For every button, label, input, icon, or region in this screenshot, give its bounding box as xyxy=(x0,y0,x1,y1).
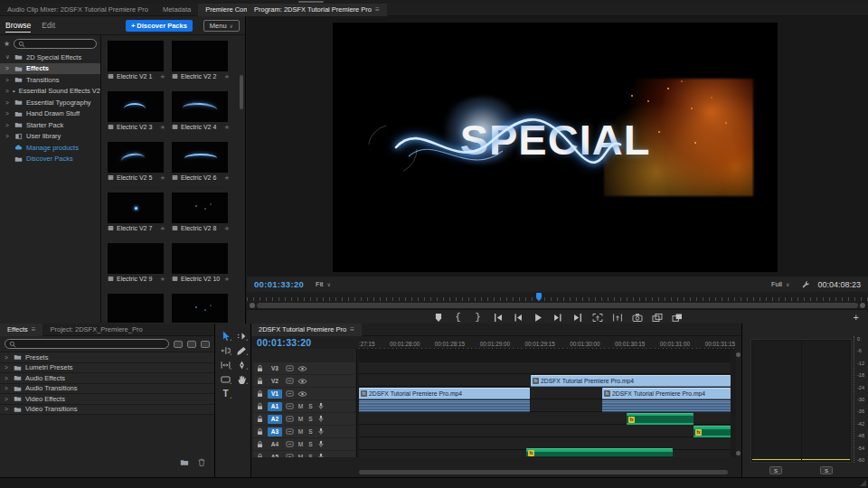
panel-tab[interactable]: Project: 2DSFX_Premiere_Pro xyxy=(42,324,149,336)
composer-search-input[interactable] xyxy=(28,41,92,47)
effect-grid-item[interactable]: Electric V2 8 ★ xyxy=(172,192,230,243)
effects-bin-row[interactable]: > Audio Transitions xyxy=(0,384,214,395)
timeline-clip[interactable]: fx fx xyxy=(693,426,731,437)
favorite-star-icon[interactable]: ★ xyxy=(160,124,165,131)
twirl-icon[interactable]: > xyxy=(5,133,11,139)
effect-thumbnail[interactable] xyxy=(172,142,228,173)
sync-lock-icon[interactable] xyxy=(286,389,294,398)
tree-item[interactable]: > Transitions xyxy=(0,74,100,86)
effects-search-input[interactable] xyxy=(19,341,165,347)
razor-tool[interactable] xyxy=(235,344,249,356)
panel-menu-icon[interactable]: ≡ xyxy=(32,325,36,333)
track-lock-icon[interactable] xyxy=(256,377,264,385)
track-lock-icon[interactable] xyxy=(256,427,264,436)
composer-menu-button[interactable]: Menu ∨ xyxy=(203,20,240,32)
program-playhead[interactable] xyxy=(536,293,542,298)
vscroll-handle-bottom[interactable] xyxy=(736,451,741,455)
button-editor-plus[interactable]: + xyxy=(854,312,859,323)
timeline-current-timecode[interactable]: 00:01:33:20 xyxy=(257,337,312,348)
sequence-tab[interactable]: 2DSFX Tutorial Premiere Pro ≡ xyxy=(251,324,362,336)
timeline-clip[interactable]: fx xyxy=(602,400,731,412)
twirl-icon[interactable]: > xyxy=(5,65,11,71)
go-to-in-button[interactable] xyxy=(492,312,504,324)
mute-track-button[interactable]: M xyxy=(297,454,304,457)
play-button[interactable] xyxy=(532,312,543,324)
playback-resolution-select[interactable]: Full ∨ xyxy=(767,279,795,290)
track-target-badge[interactable]: V2 xyxy=(268,377,282,386)
composer-nav-tab[interactable]: Browse xyxy=(5,19,31,33)
track-target-badge[interactable]: V3 xyxy=(268,364,282,373)
effect-thumbnail[interactable] xyxy=(108,294,164,323)
lift-button[interactable] xyxy=(591,312,603,324)
effect-grid-item[interactable]: Electric V2 1 ★ xyxy=(108,41,165,91)
pen-tool[interactable] xyxy=(235,359,249,371)
effect-thumbnail[interactable] xyxy=(108,192,164,223)
tree-item[interactable]: Discover Packs xyxy=(0,154,100,165)
vscroll-handle-top[interactable] xyxy=(736,352,741,357)
step-back-button[interactable] xyxy=(512,312,524,324)
zoom-handle-left[interactable] xyxy=(250,303,255,308)
panel-tab[interactable]: Effects ≡ xyxy=(0,324,42,336)
twirl-icon[interactable]: > xyxy=(5,396,10,402)
twirl-icon[interactable]: ∨ xyxy=(5,53,11,61)
new-custom-bin-icon[interactable] xyxy=(180,458,189,466)
twirl-icon[interactable]: > xyxy=(5,385,10,391)
solo-track-button[interactable]: S xyxy=(307,403,314,409)
mute-track-button[interactable]: M xyxy=(297,441,304,447)
add-marker-button[interactable] xyxy=(432,312,444,324)
favorite-star-icon[interactable]: ★ xyxy=(224,174,230,182)
track-output-eye-icon[interactable] xyxy=(297,365,307,372)
twirl-icon[interactable]: > xyxy=(5,77,11,83)
mark-in-button[interactable]: { xyxy=(452,312,464,324)
twirl-icon[interactable]: > xyxy=(5,110,11,117)
solo-track-button[interactable]: S xyxy=(307,428,314,435)
sync-lock-icon[interactable] xyxy=(286,402,294,410)
timeline-clip[interactable]: fx 2DSFX Tutorial Premiere Pro.mp4 xyxy=(359,388,530,399)
effects-bin-row[interactable]: > Audio Effects xyxy=(0,373,214,384)
effect-grid-item[interactable]: Electric V2 9 ★ xyxy=(108,243,165,294)
effect-thumbnail[interactable] xyxy=(172,294,228,323)
settings-wrench-icon[interactable] xyxy=(801,280,810,289)
sync-lock-icon[interactable] xyxy=(286,415,294,423)
extract-button[interactable] xyxy=(611,312,623,324)
effects-bin-row[interactable]: > Lumetri Presets xyxy=(0,363,214,374)
effect-thumbnail[interactable] xyxy=(172,243,228,274)
program-monitor-tab[interactable]: Program: 2DSFX Tutorial Premiere Pro ≡ xyxy=(247,4,387,16)
tree-item[interactable]: Manage products xyxy=(0,142,100,154)
effect-grid-item[interactable]: Electric V2 2 ★ xyxy=(172,41,230,91)
favorites-filter-icon[interactable]: ★ xyxy=(4,40,10,48)
accelerated-effects-badge-icon[interactable] xyxy=(174,341,183,348)
comparison-view-button[interactable] xyxy=(651,312,663,324)
voiceover-mic-icon[interactable] xyxy=(317,440,325,448)
timeline-clip[interactable]: fx xyxy=(359,400,530,412)
program-mini-timeline[interactable] xyxy=(247,292,868,301)
rectangle-tool[interactable] xyxy=(219,373,232,385)
favorite-star-icon[interactable]: ★ xyxy=(224,276,230,283)
track-lock-icon[interactable] xyxy=(256,415,264,423)
track-target-badge[interactable]: A3 xyxy=(268,427,282,436)
track-lock-icon[interactable] xyxy=(256,453,264,457)
timeline-vertical-scrollbar[interactable] xyxy=(736,351,741,457)
track-lock-icon[interactable] xyxy=(256,364,264,372)
yuv-badge-icon[interactable] xyxy=(201,341,210,348)
solo-track-button[interactable]: S xyxy=(307,454,314,457)
sync-lock-icon[interactable] xyxy=(286,453,294,457)
effects-bin-row[interactable]: > Video Transitions xyxy=(0,405,214,416)
twirl-icon[interactable]: > xyxy=(5,88,9,94)
track-lock-icon[interactable] xyxy=(256,402,264,410)
tree-item[interactable]: > Starter Pack xyxy=(0,119,100,131)
twirl-icon[interactable]: > xyxy=(5,122,11,128)
zoom-handle-right[interactable] xyxy=(860,303,865,308)
favorite-star-icon[interactable]: ★ xyxy=(224,124,230,131)
tree-item[interactable]: ∨ 2D Special Effects xyxy=(0,52,100,63)
program-zoom-scrollbar[interactable] xyxy=(247,301,868,309)
twirl-icon[interactable]: > xyxy=(5,364,10,371)
effect-grid-item[interactable]: Electric V2 3 ★ xyxy=(108,91,165,142)
multi-view-button[interactable] xyxy=(671,312,683,324)
hand-tool[interactable] xyxy=(235,373,249,385)
zoom-scroll-track[interactable] xyxy=(257,303,858,308)
solo-track-button[interactable]: S xyxy=(307,441,314,447)
sync-lock-icon[interactable] xyxy=(286,364,294,372)
track-target-badge[interactable]: A2 xyxy=(268,415,282,424)
ripple-edit-tool[interactable] xyxy=(219,344,232,356)
